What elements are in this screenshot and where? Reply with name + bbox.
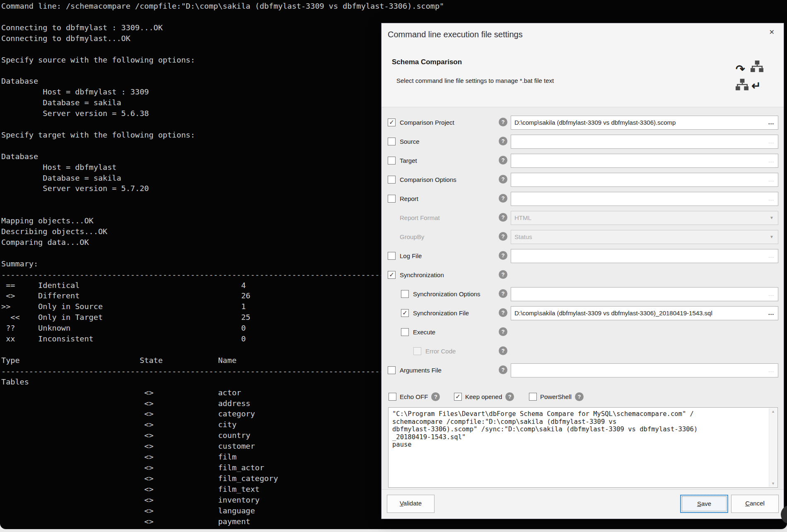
row-log-file: Log File?…	[381, 247, 784, 266]
source-input[interactable]: …	[511, 135, 778, 149]
report-format-select: HTML▼	[511, 211, 778, 225]
comparison-options-checkbox[interactable]	[388, 176, 396, 184]
help-icon[interactable]: ?	[499, 175, 507, 184]
source-label: Source	[400, 138, 420, 145]
validate-button[interactable]: Validate	[387, 495, 435, 513]
help-icon[interactable]: ?	[499, 346, 507, 355]
source-checkbox[interactable]	[388, 138, 396, 145]
powershell-checkbox[interactable]	[529, 393, 537, 401]
synchronization-file-checkbox[interactable]: ✓	[401, 309, 409, 317]
chevron-down-icon: ▼	[770, 211, 774, 225]
section-title: Schema Comparison	[392, 58, 462, 66]
synchronization-file-label: Synchronization File	[413, 310, 469, 317]
sync-arrow-right-icon: ↷	[736, 64, 745, 75]
help-icon[interactable]: ?	[499, 232, 507, 241]
synchronization-options-input[interactable]: …	[511, 287, 778, 301]
execute-label: Execute	[413, 329, 435, 336]
row-report: Report?…	[381, 189, 784, 208]
browse-ellipsis-button[interactable]: …	[768, 288, 775, 300]
save-button[interactable]: Save	[680, 495, 728, 513]
groupby-select: Status▼	[511, 230, 778, 244]
powershell-label: PowerShell	[540, 393, 572, 400]
help-icon[interactable]: ?	[499, 308, 507, 317]
help-icon[interactable]: ?	[499, 213, 507, 222]
row-comparison-project: ✓Comparison Project?D:\comp\sakila (dbfm…	[381, 113, 784, 132]
row-synchronization-options: Synchronization Options?…	[381, 285, 784, 304]
echo-off-checkbox[interactable]	[389, 393, 396, 401]
browse-ellipsis-button[interactable]: …	[768, 116, 775, 128]
help-icon[interactable]: ?	[499, 156, 507, 164]
browse-ellipsis-button[interactable]: …	[768, 307, 775, 319]
section-description: Select command line file settings to man…	[396, 77, 554, 84]
synchronization-label: Synchronization	[400, 271, 444, 278]
comparison-project-checkbox[interactable]: ✓	[388, 118, 396, 126]
browse-ellipsis-button[interactable]: …	[768, 192, 775, 205]
synchronization-options-checkbox[interactable]	[401, 290, 409, 298]
option-echo-off: Echo OFF?	[389, 388, 440, 405]
row-synchronization-file: ✓Synchronization File?D:\comp\sakila (db…	[381, 304, 784, 323]
arguments-file-input[interactable]: …	[511, 363, 778, 377]
groupby-value: Status	[514, 233, 532, 240]
browse-ellipsis-button[interactable]: …	[768, 249, 775, 262]
help-icon[interactable]: ?	[499, 194, 507, 203]
row-target: Target?…	[381, 151, 784, 170]
org-chart-icon	[751, 60, 763, 72]
report-format-label: Report Format	[400, 214, 440, 221]
help-icon[interactable]: ?	[499, 289, 507, 298]
arguments-file-label: Arguments File	[400, 367, 442, 374]
comparison-options-input[interactable]: …	[511, 173, 778, 187]
error-code-label: Error Code	[425, 348, 456, 355]
synchronization-file-input[interactable]: D:\comp\sakila (dbfmylast-3309 vs dbfmyl…	[511, 306, 778, 320]
comparison-project-input[interactable]: D:\comp\sakila (dbfmylast-3309 vs dbfmyl…	[511, 116, 778, 130]
schema-compare-icon: ↷ ↵	[736, 60, 766, 96]
report-checkbox[interactable]	[388, 195, 396, 203]
target-label: Target	[400, 157, 417, 164]
help-icon[interactable]: ?	[499, 118, 507, 126]
browse-ellipsis-button[interactable]: …	[768, 173, 775, 186]
close-icon[interactable]: ✕	[769, 28, 775, 36]
help-icon[interactable]: ?	[575, 392, 584, 401]
option-powershell: PowerShell?	[529, 388, 584, 405]
comparison-options-label: Comparison Options	[400, 176, 456, 183]
cancel-button[interactable]: Cancel	[731, 495, 779, 513]
target-input[interactable]: …	[511, 154, 778, 168]
execute-checkbox[interactable]	[401, 328, 409, 336]
help-icon[interactable]: ?	[499, 270, 507, 279]
row-groupby: GroupBy?Status▼	[381, 227, 784, 247]
bat-text: "C:\Program Files\Devart\dbForge Schema …	[389, 408, 777, 451]
browse-ellipsis-button[interactable]: …	[768, 135, 775, 148]
chevron-down-icon: ▼	[770, 230, 774, 244]
scrollbar[interactable]: ▲ ▼	[769, 408, 777, 487]
target-checkbox[interactable]	[388, 157, 396, 164]
help-icon[interactable]: ?	[499, 251, 507, 260]
synchronization-options-label: Synchronization Options	[413, 290, 480, 297]
comparison-project-label: Comparison Project	[400, 119, 454, 126]
report-label: Report	[400, 195, 418, 202]
browse-ellipsis-button[interactable]: …	[768, 364, 775, 376]
scroll-down-icon[interactable]: ▼	[769, 481, 777, 486]
arguments-file-checkbox[interactable]	[388, 366, 396, 374]
row-synchronization: ✓Synchronization?	[381, 266, 784, 285]
row-source: Source?…	[381, 132, 784, 151]
synchronization-checkbox[interactable]: ✓	[388, 271, 396, 279]
bat-text-area[interactable]: "C:\Program Files\Devart\dbForge Schema …	[388, 407, 778, 488]
comparison-project-value: D:\comp\sakila (dbfmylast-3309 vs dbfmyl…	[514, 119, 676, 126]
help-icon[interactable]: ?	[499, 137, 507, 145]
scroll-up-icon[interactable]: ▲	[769, 409, 777, 414]
header-separator	[381, 107, 784, 107]
browse-ellipsis-button[interactable]: …	[768, 154, 775, 167]
log-file-checkbox[interactable]	[388, 252, 396, 260]
help-icon[interactable]: ?	[431, 392, 440, 401]
keep-opened-checkbox[interactable]: ✓	[454, 393, 462, 401]
log-file-input[interactable]: …	[511, 249, 778, 263]
report-input[interactable]: …	[511, 192, 778, 206]
screen: Command line: /schemacompare /compfile:"…	[0, 0, 787, 532]
help-icon[interactable]: ?	[505, 392, 514, 401]
report-format-value: HTML	[514, 214, 531, 221]
org-chart-icon	[736, 79, 748, 90]
dialog-title: Command line execution file settings	[388, 30, 523, 39]
synchronization-file-value: D:\comp\sakila (dbfmylast-3309 vs dbfmyl…	[514, 310, 712, 317]
help-icon[interactable]: ?	[499, 365, 507, 374]
help-icon[interactable]: ?	[499, 327, 507, 336]
row-execute: Execute?	[381, 323, 784, 342]
